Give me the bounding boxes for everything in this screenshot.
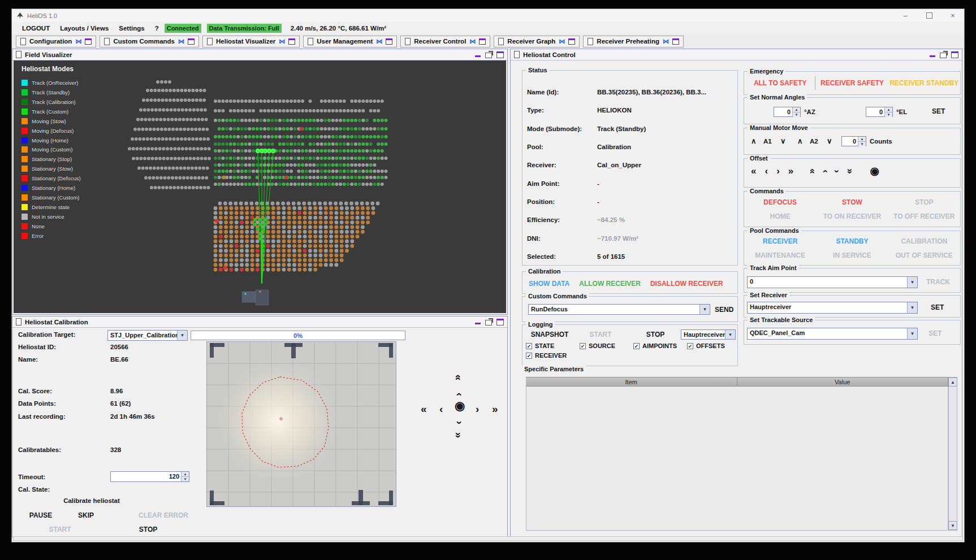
- checkbox-item[interactable]: SOURCE: [580, 342, 615, 349]
- pin-icon[interactable]: [376, 38, 382, 44]
- window-icon[interactable]: [479, 38, 486, 45]
- detach-icon[interactable]: [485, 320, 492, 325]
- counts-spinner[interactable]: 0: [841, 136, 866, 146]
- calibration-target-select[interactable]: STJ_Upper_Calibration: [107, 330, 188, 341]
- command-button[interactable]: DEFOCUS: [744, 198, 816, 206]
- chevron-down-icon[interactable]: [177, 331, 187, 340]
- el-value[interactable]: 0: [866, 107, 884, 116]
- spin-down-icon[interactable]: [885, 112, 892, 117]
- right-icon[interactable]: ›: [476, 405, 479, 413]
- spin-up-icon[interactable]: [858, 137, 866, 142]
- minimize-icon[interactable]: [930, 55, 935, 57]
- window-icon[interactable]: [568, 38, 575, 45]
- logging-start-button[interactable]: START: [584, 331, 617, 338]
- timeout-spinner[interactable]: 120: [110, 471, 189, 482]
- chevron-down-icon[interactable]: [907, 328, 917, 339]
- custom-command-select[interactable]: RunDefocus: [528, 304, 710, 315]
- start-button[interactable]: START: [43, 526, 77, 533]
- window-icon[interactable]: [188, 38, 195, 45]
- close-icon[interactable]: ×: [942, 9, 964, 22]
- tab[interactable]: Receiver Graph: [494, 36, 580, 47]
- emergency-button[interactable]: RECEIVER SAFETY: [816, 79, 888, 87]
- maximize-icon[interactable]: [496, 319, 504, 325]
- command-button[interactable]: TO ON RECEIVER: [816, 212, 888, 220]
- tab[interactable]: User Management: [303, 36, 397, 47]
- pin-icon[interactable]: [75, 38, 81, 44]
- calibration-button[interactable]: DISALLOW RECEIVER: [650, 280, 723, 288]
- a2-up-icon[interactable]: ∧: [797, 137, 803, 145]
- fast-down-icon[interactable]: »: [847, 167, 852, 175]
- set-receiver-button[interactable]: SET: [931, 303, 944, 311]
- spin-down-icon[interactable]: [182, 477, 189, 481]
- down-icon[interactable]: ›: [835, 167, 839, 175]
- logging-stop-button[interactable]: STOP: [638, 331, 672, 338]
- pin-icon[interactable]: [279, 38, 285, 44]
- spec-scrollbar[interactable]: ▲ ▼: [948, 377, 957, 531]
- calibration-button[interactable]: SHOW DATA: [529, 280, 569, 288]
- checkbox-item[interactable]: OFFSETS: [687, 342, 725, 349]
- emergency-button[interactable]: RECEIVER STANDBY: [888, 79, 960, 87]
- calibration-button[interactable]: ALLOW RECEIVER: [579, 280, 641, 288]
- skip-button[interactable]: SKIP: [69, 511, 103, 519]
- window-icon[interactable]: [386, 38, 392, 45]
- stop-button[interactable]: STOP: [131, 526, 165, 533]
- fast-right-icon[interactable]: »: [492, 405, 498, 413]
- calibration-camera-view[interactable]: [206, 341, 396, 507]
- a1-up-icon[interactable]: ∧: [751, 137, 757, 145]
- az-spinner[interactable]: 0: [774, 107, 801, 117]
- scroll-up-icon[interactable]: ▲: [948, 377, 957, 387]
- column-header[interactable]: Item: [526, 377, 737, 387]
- spin-up-icon[interactable]: [793, 107, 800, 112]
- pool-command-button[interactable]: IN SERVICE: [816, 251, 888, 259]
- fast-down-icon[interactable]: »: [456, 431, 462, 439]
- checkbox[interactable]: [580, 343, 586, 349]
- checkbox-item[interactable]: AIMPOINTS: [633, 342, 677, 349]
- aim-icon[interactable]: ◉: [455, 402, 465, 410]
- maximize-icon[interactable]: [496, 51, 504, 58]
- checkbox-item[interactable]: STATE: [526, 342, 554, 349]
- menu-item[interactable]: ?: [155, 25, 159, 32]
- left-icon[interactable]: ‹: [765, 167, 768, 175]
- a2-down-icon[interactable]: ∨: [827, 137, 832, 145]
- heliostat-field[interactable]: [14, 60, 506, 312]
- az-value[interactable]: 0: [774, 107, 792, 116]
- set-trackable-source-select[interactable]: QDEC_Panel_Cam: [747, 328, 918, 340]
- minimize-icon[interactable]: [475, 55, 481, 57]
- restore-icon[interactable]: [918, 9, 940, 22]
- fast-left-icon[interactable]: «: [421, 405, 427, 413]
- logging-target-select[interactable]: Hauptreceiver: [681, 329, 736, 340]
- spin-down-icon[interactable]: [858, 142, 866, 146]
- spec-table-body[interactable]: [526, 387, 948, 531]
- tab[interactable]: Receiver Preheating: [583, 36, 684, 47]
- window-icon[interactable]: [85, 38, 92, 45]
- minimize-icon[interactable]: –: [894, 9, 917, 22]
- minimize-icon[interactable]: [475, 323, 481, 324]
- column-header[interactable]: Value: [737, 377, 949, 387]
- fast-left-icon[interactable]: «: [751, 167, 756, 175]
- fast-up-icon[interactable]: «: [810, 167, 815, 175]
- spin-up-icon[interactable]: [885, 107, 892, 112]
- snapshot-button[interactable]: SNAPSHOT: [527, 331, 572, 338]
- pool-command-button[interactable]: CALIBRATION: [888, 237, 960, 245]
- a1-label[interactable]: A1: [763, 138, 772, 145]
- chevron-down-icon[interactable]: [907, 302, 917, 313]
- counts-value[interactable]: 0: [842, 137, 858, 146]
- chevron-down-icon[interactable]: [725, 330, 735, 339]
- set-normal-angles-button[interactable]: SET: [932, 107, 945, 115]
- pool-command-button[interactable]: STANDBY: [816, 237, 888, 245]
- up-icon[interactable]: ‹: [824, 167, 827, 175]
- tab[interactable]: Custom Commands: [100, 36, 199, 47]
- field-view[interactable]: Heliostat Modes Track (OnReceiver) Track…: [14, 60, 506, 313]
- el-spinner[interactable]: 0: [866, 107, 893, 117]
- checkbox[interactable]: [687, 343, 693, 349]
- maximize-icon[interactable]: [951, 51, 958, 58]
- send-button[interactable]: SEND: [715, 306, 733, 314]
- pin-icon[interactable]: [469, 38, 476, 44]
- fast-right-icon[interactable]: »: [788, 167, 793, 175]
- command-button[interactable]: STOP: [888, 198, 960, 206]
- left-icon[interactable]: ‹: [439, 405, 443, 413]
- pin-icon[interactable]: [663, 38, 669, 44]
- emergency-button[interactable]: ALL TO SAFETY: [744, 79, 816, 87]
- set-trackable-source-button[interactable]: SET: [929, 329, 942, 337]
- track-aim-point-select[interactable]: 0: [747, 276, 918, 288]
